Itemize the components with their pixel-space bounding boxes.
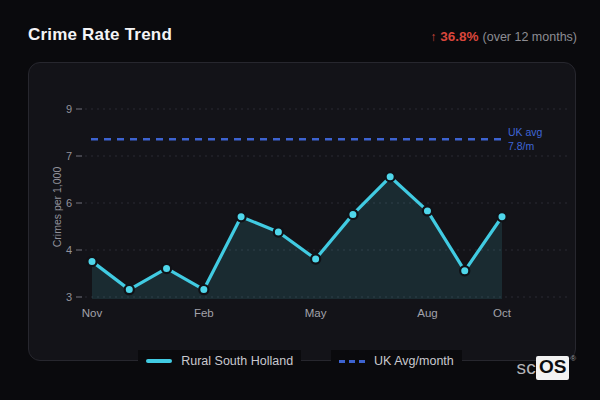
scos-logo: sc OS ® — [516, 356, 576, 380]
data-point — [386, 172, 395, 181]
data-point — [125, 285, 134, 294]
y-tick-label: 3 — [66, 291, 72, 303]
data-point — [162, 264, 171, 273]
chart-legend: Rural South Holland UK Avg/month — [0, 350, 600, 372]
data-point — [236, 212, 245, 221]
dashed-line-swatch-icon — [339, 360, 365, 363]
legend-label: Rural South Holland — [181, 354, 293, 368]
logo-prefix: sc — [516, 357, 536, 379]
series-area-fill — [92, 177, 502, 299]
data-point — [423, 206, 432, 215]
solid-line-swatch-icon — [146, 359, 172, 363]
y-tick-label: 6 — [66, 197, 72, 209]
up-arrow-icon: ↑ — [430, 30, 436, 44]
x-tick-label: Aug — [417, 307, 437, 319]
uk-avg-annotation-line1: UK avg — [508, 126, 543, 138]
y-tick-label: 9 — [66, 103, 72, 115]
data-point — [274, 227, 283, 236]
page-title: Crime Rate Trend — [28, 25, 172, 45]
logo-boxed-text: OS — [536, 356, 569, 380]
uk-avg-annotation-line2: 7.8/m — [508, 140, 535, 152]
legend-label: UK Avg/month — [374, 354, 454, 368]
trend-percentage: 36.8% — [440, 29, 478, 44]
trend-indicator: ↑36.8% (over 12 months) — [430, 29, 577, 44]
y-tick-label: 7 — [66, 150, 72, 162]
crime-rate-widget: Crime Rate Trend ↑36.8% (over 12 months)… — [0, 0, 600, 400]
registered-mark-icon: ® — [570, 354, 576, 363]
legend-item-uk-avg[interactable]: UK Avg/month — [331, 350, 462, 372]
x-tick-label: May — [305, 307, 327, 319]
chart-panel: Crimes per 1,000 97643UK avg7.8/mNovFebM… — [28, 62, 576, 361]
chart-canvas: 97643UK avg7.8/mNovFebMayAugOct — [29, 63, 577, 362]
y-tick-label: 4 — [66, 244, 72, 256]
data-point — [460, 266, 469, 275]
x-tick-label: Feb — [194, 307, 214, 319]
trend-period-note: (over 12 months) — [483, 30, 577, 44]
x-tick-label: Oct — [493, 307, 512, 319]
data-point — [199, 285, 208, 294]
data-point — [87, 257, 96, 266]
data-point — [497, 212, 506, 221]
legend-item-rural-south-holland[interactable]: Rural South Holland — [138, 350, 301, 372]
x-tick-label: Nov — [82, 307, 103, 319]
data-point — [311, 254, 320, 263]
data-point — [348, 210, 357, 219]
